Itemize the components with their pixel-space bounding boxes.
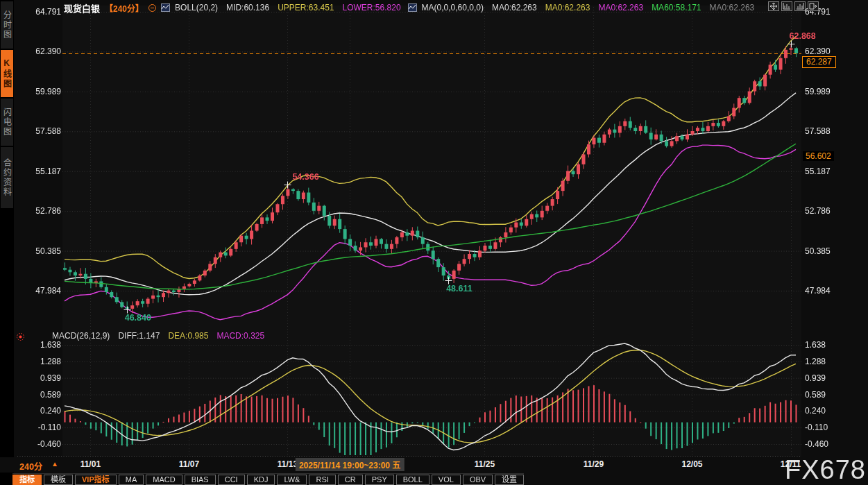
x-axis-date: 11/29 (584, 459, 604, 469)
y-axis-tick: 59.989 (805, 87, 831, 96)
toolbar-tab-0[interactable]: 指标 (12, 475, 42, 485)
expand-window-icon[interactable] (808, 1, 819, 11)
indicator-button-rsi[interactable]: RSI (309, 475, 335, 485)
x-axis-date: 11/01 (80, 459, 101, 469)
y-axis-tick: 55.187 (18, 167, 61, 176)
trading-app-window: 分时图K线图闪电图合约资料 现货白银 【240分】 BOLL(20,2)MID:… (0, 0, 868, 485)
y-axis-tick: -0.110 (18, 423, 61, 432)
y-axis-tick: 52.786 (805, 206, 831, 216)
symbol-name: 现货白银 (64, 1, 100, 15)
macd-value-2: DEA:0.985 (168, 331, 208, 341)
y-axis-tick: 0.589 (805, 390, 826, 400)
period-selector[interactable]: 240分 (19, 459, 42, 473)
indicator-button-macd[interactable]: MACD (146, 475, 182, 485)
period-dropdown-arrow-icon[interactable]: ▲ (51, 460, 58, 468)
time-axis: 240分 ▲ 11/0111/0711/132025/11/14 19:00~2… (0, 457, 868, 473)
sidebar-item-3[interactable]: 合约资料 (1, 147, 13, 208)
y-axis-tick: 47.984 (805, 286, 831, 296)
indicator-button-ma[interactable]: MA (119, 475, 144, 485)
crosshair-move-icon[interactable] (768, 1, 779, 11)
macd-header: MACD(26,12,9)DIFF:1.147DEA:0.985MACD:0.3… (52, 331, 266, 341)
extreme-price-annotation: 54.366 (292, 172, 318, 182)
y-axis-tick: 0.240 (18, 406, 61, 416)
record-indicator-icon[interactable] (16, 332, 25, 344)
ma-value-2: MA0:62.263 (545, 3, 590, 12)
ma-indicator-icon[interactable] (408, 3, 417, 12)
extreme-price-annotation: 62.868 (790, 31, 816, 41)
y-axis-tick: 1.288 (18, 357, 61, 366)
boll-value-0: BOLL(20,2) (175, 3, 218, 12)
chart-toolbuttons (768, 1, 819, 11)
current-price-badge: 62.287 (802, 56, 836, 68)
sidebar-item-0[interactable]: 分时图 (1, 1, 13, 49)
y-axis-tick: 59.989 (18, 87, 61, 96)
macd-value-1: DIFF:1.147 (118, 331, 160, 341)
boll-indicator-icon[interactable] (161, 3, 170, 12)
zoom-in-chart-icon[interactable] (781, 1, 792, 11)
y-axis-tick: 0.240 (805, 406, 826, 416)
y-axis-tick: 0.939 (805, 373, 826, 383)
macd-value-3: MACD:0.325 (216, 331, 264, 341)
y-axis-tick: 62.390 (805, 46, 831, 56)
candlestick-chart-canvas[interactable] (0, 0, 868, 485)
y-axis-tick: 0.939 (18, 373, 61, 383)
sidebar-item-1[interactable]: K线图 (1, 50, 13, 97)
y-axis-tick: 50.385 (805, 246, 831, 256)
indicator-button-bias[interactable]: BIAS (185, 475, 216, 485)
ma-value-1: MA0:62.263 (492, 3, 537, 12)
x-axis-date: 11/07 (179, 459, 199, 469)
indicator-button-boll[interactable]: BOLL (396, 475, 429, 485)
indicator-button-cci[interactable]: CCI (218, 475, 245, 485)
indicator-button-kdj[interactable]: KDJ (247, 475, 275, 485)
indicator-button-obv[interactable]: OBV (463, 475, 493, 485)
y-axis-tick: -0.460 (18, 439, 61, 449)
boll-value-3: LOWER:56.820 (343, 3, 401, 12)
indicator-button-psy[interactable]: PSY (365, 475, 394, 485)
boll-values: BOLL(20,2)MID:60.136UPPER:63.451LOWER:56… (175, 3, 403, 12)
indicator-toolbar: 指标模板VIP指标MAMACDBIASCCIKDJLW&RSICRPSYBOLL… (12, 473, 524, 485)
reference-price-label: 56.602 (803, 151, 834, 161)
ma-value-3: MA0:62.263 (598, 3, 643, 12)
y-axis-tick: 64.791 (18, 7, 61, 17)
y-axis-tick: 62.390 (18, 46, 61, 56)
sidebar-item-2[interactable]: 闪电图 (1, 99, 13, 146)
hovered-candle-timestamp: 2025/11/14 19:00~23:00 五 (296, 458, 404, 471)
toolbar-tab-2[interactable]: VIP指标 (75, 475, 117, 485)
x-axis-date: 11/25 (475, 459, 495, 469)
indicator-button-cr[interactable]: CR (338, 475, 363, 485)
y-axis-tick: 50.385 (18, 246, 61, 256)
chart-header: 现货白银 【240分】 BOLL(20,2)MID:60.136UPPER:63… (64, 2, 756, 13)
toolbar-tab-1[interactable]: 模板 (44, 475, 73, 485)
watermark: FX678 (785, 455, 866, 485)
y-axis-tick: 57.588 (18, 126, 61, 136)
y-axis-tick: 1.288 (805, 357, 826, 366)
x-axis-date: 11/13 (278, 459, 298, 469)
extreme-price-annotation: 46.840 (125, 313, 151, 323)
indicator-button-lw[interactable]: LW& (277, 475, 307, 485)
y-axis-tick: 57.588 (805, 126, 831, 136)
ma-value-0: MA(0,0,0,60,0,0) (422, 3, 484, 12)
ma-value-4: MA60:58.171 (652, 3, 701, 12)
y-axis-tick: 47.984 (18, 286, 61, 296)
y-axis-tick: 52.786 (18, 206, 61, 216)
indicator-button-[interactable]: 设置 (495, 475, 524, 485)
period-label[interactable]: 【240分】 (105, 2, 144, 14)
indicator-button-vol[interactable]: VOL (432, 475, 461, 485)
y-axis-tick: 0.589 (18, 390, 61, 400)
extreme-price-annotation: 48.611 (446, 284, 473, 293)
y-axis-tick: 55.187 (805, 167, 831, 176)
left-sidebar: 分时图K线图闪电图合约资料 (0, 0, 14, 485)
ma-value-5: MA0:62.263 (710, 3, 755, 12)
zoom-out-chart-icon[interactable] (794, 1, 806, 11)
y-axis-tick: 1.638 (805, 340, 826, 350)
macd-value-0: MACD(26,12,9) (52, 331, 110, 341)
y-axis-tick: -0.110 (805, 423, 828, 432)
ma-values: MA(0,0,0,60,0,0)MA0:62.263MA0:62.263MA0:… (422, 3, 757, 12)
boll-value-1: MID:60.136 (226, 3, 269, 12)
boll-value-2: UPPER:63.451 (278, 3, 334, 12)
y-axis-tick: -0.460 (805, 439, 828, 449)
x-axis-date: 12/05 (681, 459, 702, 469)
collapse-circle-minus-icon[interactable] (148, 4, 156, 12)
